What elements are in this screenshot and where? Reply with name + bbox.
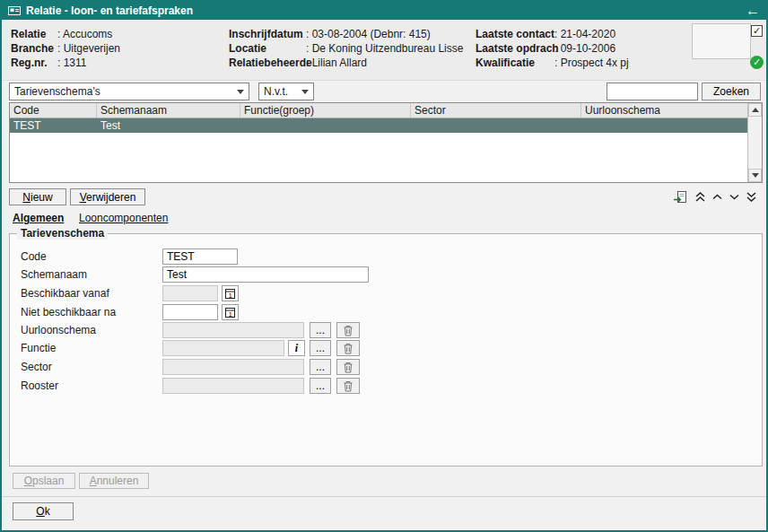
relation-header-panel: Relatie: Accucoms Branche: Uitgeverijen … [2,20,766,81]
uurloonschema-browse-button[interactable]: ... [310,322,331,338]
functie-info-button[interactable]: i [288,340,305,356]
opslaan-button-label: Opslaan [13,474,74,488]
scroll-up-button[interactable] [748,103,762,117]
table-row[interactable]: TEST Test [10,118,747,133]
double-chevron-down-icon [745,190,758,204]
rooster-browse-button[interactable]: ... [310,378,331,394]
niet-beschikbaar-na-label: Niet beschikbaar na [21,306,155,318]
schemanaam-input[interactable] [162,266,369,283]
tab-looncomponenten[interactable]: Looncomponenten [79,211,168,225]
cell-schemanaam: Test [97,118,240,133]
schema-type-dropdown[interactable]: Tarievenschema's [9,83,249,100]
checkmark-icon: ✓ [753,57,761,67]
rooster-label: Rooster [21,379,155,392]
tarievenschema-groupbox: Tarievenschema Code Schemanaam Beschikba… [9,233,763,467]
rooster-delete-button[interactable] [336,378,360,394]
ok-button-label: Ok [13,504,73,519]
uurloonschema-delete-button[interactable] [336,322,360,338]
uurloonschema-input [162,322,304,338]
functie-label: Functie [21,342,155,354]
filter-dropdown[interactable]: N.v.t. [258,83,314,100]
laatste-contact-label: Laatste contact [476,28,554,40]
triangle-down-icon [752,173,759,178]
table-scrollbar[interactable] [747,103,762,182]
trash-icon [343,343,353,354]
nieuw-button[interactable]: Nieuw [9,188,66,205]
laatste-opdracht-label: Laatste opdrach [476,42,554,55]
chevron-up-icon [711,190,724,204]
column-header-functiegroep[interactable]: Functie(groep) [240,103,411,118]
relatiebeheerder-label: Relatiebeheerde [229,57,306,69]
relatie-card-icon [8,5,21,16]
ok-button[interactable]: Ok [13,502,74,520]
chevron-down-icon [301,90,309,94]
relatie-window: Relatie - loon- en tariefafspraken ← Rel… [0,0,768,532]
rooster-input [162,378,304,394]
cell-sector [411,118,581,133]
column-header-uurloonschema[interactable]: Uurloonschema [581,103,747,118]
trash-icon [343,325,353,336]
status-ok-icon: ✓ [750,56,764,69]
cell-code: TEST [10,118,97,133]
tarievenschema-table: Code Schemanaam Functie(groep) Sector Uu… [9,102,763,183]
column-header-schemanaam[interactable]: Schemanaam [97,103,240,118]
sector-label: Sector [21,361,155,373]
header-column-1: Relatie: Accucoms Branche: Uitgeverijen … [11,27,120,70]
verwijderen-button-label: Verwijderen [71,190,144,205]
regnr-value: : 1311 [57,57,86,69]
relatie-label: Relatie [11,28,57,40]
cell-functiegroep [240,118,411,133]
relatie-value: : Accucoms [57,28,112,40]
group-title: Tarievenschema [17,227,108,240]
annuleren-button[interactable]: Annuleren [79,473,149,489]
chevron-down-icon [728,190,741,204]
sector-input [162,359,304,375]
code-label: Code [21,250,155,263]
window-title: Relatie - loon- en tariefafspraken [26,4,746,17]
search-input[interactable] [607,83,698,100]
back-button[interactable]: ← [746,4,760,18]
niet-beschikbaar-na-input[interactable] [162,304,218,320]
logo-placeholder [692,23,751,59]
trash-icon [343,362,353,373]
filter-dropdown-value: N.v.t. [264,85,288,98]
column-header-sector[interactable]: Sector [411,103,581,118]
sector-browse-button[interactable]: ... [310,359,331,375]
trash-icon [343,380,353,392]
move-first-button[interactable] [692,189,708,205]
scroll-down-button[interactable] [748,169,762,182]
cell-uurloonschema [581,118,747,133]
uurloonschema-label: Uurloonschema [21,324,155,336]
svg-text:1: 1 [229,291,233,299]
calendar-icon: 1 [224,307,236,318]
beschikbaar-vanaf-input [162,285,218,301]
move-up-button[interactable] [709,189,725,205]
functie-browse-button[interactable]: ... [310,340,331,356]
column-header-code[interactable]: Code [10,103,97,118]
svg-text:1: 1 [229,310,233,318]
move-down-button[interactable] [726,189,742,205]
opslaan-button[interactable]: Opslaan [13,473,75,489]
branche-label: Branche [11,42,57,55]
header-column-3: Laatste contact: 21-04-2020 Laatste opdr… [476,27,629,70]
header-column-2: Inschrijfdatum: 03-08-2004 (Debnr: 415) … [229,27,463,70]
sector-delete-button[interactable] [336,359,360,375]
relatiebeheerder-value: : Lilian Allard [306,57,367,69]
tab-algemeen[interactable]: Algemeen [13,211,64,225]
verwijderen-button[interactable]: Verwijderen [70,188,145,205]
functie-delete-button[interactable] [336,340,360,356]
niet-beschikbaar-na-calendar-button[interactable]: 1 [222,304,239,320]
annuleren-button-label: Annuleren [80,474,148,488]
laatste-contact-value: : 21-04-2020 [554,28,615,40]
zoeken-button[interactable]: Zoeken [702,83,761,100]
beschikbaar-vanaf-label: Beschikbaar vanaf [21,287,155,300]
nieuw-button-label: Nieuw [10,190,65,205]
move-last-button[interactable] [743,189,759,205]
triangle-up-icon [752,108,759,112]
export-button[interactable] [672,189,688,205]
zoeken-button-label: Zoeken [713,85,749,98]
kwalificatie-value: : Prospect 4x pj [554,57,629,69]
code-input[interactable] [162,249,238,265]
beschikbaar-vanaf-calendar-button[interactable]: 1 [222,285,239,301]
header-checkbox[interactable]: ✓ [751,25,763,37]
